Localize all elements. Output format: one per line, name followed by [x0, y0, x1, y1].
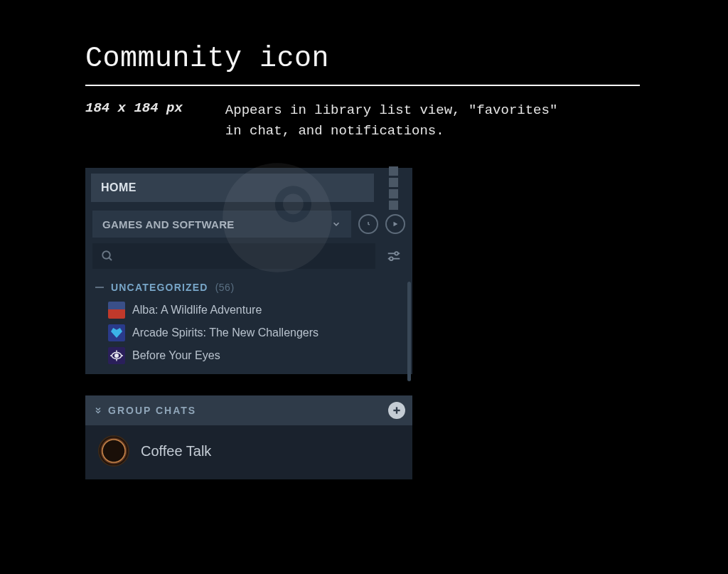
search-icon	[101, 250, 114, 262]
group-chats-label: GROUP CHATS	[108, 405, 196, 416]
meta-row: 184 x 184 px Appears in library list vie…	[85, 100, 728, 141]
page-title: Community icon	[85, 43, 728, 75]
game-item[interactable]: Alba: A Wildlife Adventure	[108, 299, 412, 321]
title-divider	[85, 85, 640, 86]
game-icon	[108, 302, 125, 319]
grid-view-button[interactable]	[380, 174, 407, 201]
play-icon	[392, 220, 399, 228]
recent-button[interactable]	[358, 214, 378, 234]
chat-item[interactable]: Coffee Talk	[85, 425, 412, 479]
svg-point-11	[115, 354, 119, 358]
plus-icon	[392, 405, 402, 415]
play-next-button[interactable]	[385, 214, 405, 234]
description-text: Appears in library list view, "favorites…	[225, 100, 567, 141]
category-name: UNCATEGORIZED	[111, 282, 208, 293]
game-title: Arcade Spirits: The New Challengers	[132, 326, 318, 339]
clock-icon	[363, 219, 373, 229]
game-icon	[108, 324, 125, 341]
home-button[interactable]: HOME	[91, 174, 374, 202]
svg-line-5	[109, 257, 112, 260]
chat-icon	[98, 435, 129, 467]
svg-point-9	[390, 257, 393, 260]
game-item[interactable]: Arcade Spirits: The New Challengers	[108, 321, 412, 344]
game-title: Before Your Eyes	[132, 349, 220, 362]
category-count: (56)	[215, 282, 235, 293]
chevron-down-icon	[331, 219, 341, 229]
steam-library-panel: HOME GAMES AND SOFTWARE UNCATEGO	[85, 168, 412, 374]
scrollbar[interactable]	[407, 282, 411, 381]
svg-marker-3	[394, 222, 398, 227]
filter-label: GAMES AND SOFTWARE	[102, 218, 235, 230]
dimensions-label: 184 x 184 px	[85, 100, 183, 141]
game-title: Alba: A Wildlife Adventure	[132, 304, 262, 317]
category-header[interactable]: UNCATEGORIZED (56)	[85, 275, 412, 297]
home-label: HOME	[101, 181, 136, 194]
collapse-icon	[95, 287, 104, 288]
double-chevron-down-icon	[94, 406, 102, 415]
svg-point-7	[395, 252, 398, 255]
filter-sliders-button[interactable]	[382, 243, 405, 269]
group-chats-panel: GROUP CHATS Coffee Talk	[85, 395, 412, 479]
sliders-icon	[386, 248, 402, 264]
games-software-dropdown[interactable]: GAMES AND SOFTWARE	[92, 211, 351, 238]
svg-point-4	[102, 251, 110, 259]
add-group-chat-button[interactable]	[388, 402, 405, 419]
game-list: Alba: A Wildlife Adventure Arcade Spirit…	[85, 297, 412, 367]
group-chats-header[interactable]: GROUP CHATS	[85, 395, 412, 425]
search-input[interactable]	[92, 243, 375, 269]
game-item[interactable]: Before Your Eyes	[108, 344, 412, 367]
game-icon	[108, 347, 125, 364]
chat-title: Coffee Talk	[141, 443, 211, 459]
